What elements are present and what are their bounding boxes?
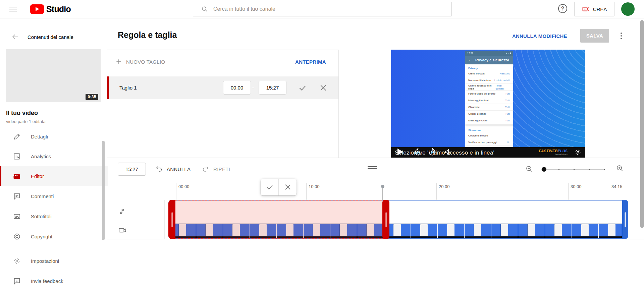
filmstrip-thumb: [545, 224, 572, 238]
phone-section-privacy: Privacy: [465, 64, 513, 70]
sidebar-item-sottotitoli[interactable]: Sottotitoli: [0, 207, 106, 226]
analytics-icon: [13, 153, 21, 160]
top-bar: Studio ? CREA: [0, 0, 644, 18]
search-input[interactable]: [213, 6, 451, 12]
confirm-cut-icon[interactable]: [298, 83, 307, 92]
back-label: Contenuti del canale: [28, 34, 73, 40]
ruler-label: 30:00: [571, 184, 582, 189]
play-icon[interactable]: [397, 149, 403, 155]
cut-range-separator: -: [252, 85, 254, 91]
cut-start-input[interactable]: [223, 81, 251, 95]
studio-logo[interactable]: Studio: [30, 4, 71, 14]
ruler-label: 10:00: [309, 184, 320, 189]
phone-settings-row: Foto e video del profiloTutti: [465, 91, 513, 97]
zoom-in-icon[interactable]: [616, 164, 624, 172]
videocam-plus-icon: [582, 5, 590, 13]
track-gutter-border: [164, 200, 165, 239]
sidebar-item-copyright[interactable]: Copyright: [0, 227, 106, 246]
phone-settings-row: Gruppi e canaliTutti: [465, 111, 513, 117]
ruler-tick: [176, 183, 176, 200]
delete-cut-icon[interactable]: [319, 83, 328, 92]
timeline-time-input[interactable]: [118, 163, 146, 176]
panel-divider-vertical: [338, 50, 339, 158]
feedback-icon: [13, 277, 21, 285]
phone-screenshot: 17:37▾ ⌁ ▮ ←Privacy e sicurezza Privacy …: [465, 51, 513, 158]
menu-icon[interactable]: [9, 5, 17, 13]
ruler-tick: [436, 183, 437, 200]
phone-section-security: Sicurezza: [465, 126, 513, 132]
phone-settings-row: Utenti bloccatiNessuno: [465, 70, 513, 77]
plus-icon: [115, 58, 122, 65]
phone-back-arrow-icon: ←: [468, 58, 472, 62]
svg-text:10: 10: [431, 151, 434, 154]
sidebar-item-commenti[interactable]: Commenti: [0, 186, 106, 206]
youtube-play-icon: [30, 4, 44, 14]
filmstrip-thumb: [438, 224, 464, 238]
discard-changes-button[interactable]: ANNULLA MODIFICHE: [512, 33, 567, 39]
svg-text:10: 10: [417, 151, 420, 154]
redo-icon: [202, 165, 209, 173]
volume-icon[interactable]: [444, 148, 452, 156]
sidebar-item-impostazioni[interactable]: Impostazioni: [0, 251, 106, 271]
create-label: CREA: [593, 6, 607, 12]
search-bar[interactable]: [193, 2, 452, 16]
more-options-icon[interactable]: [617, 31, 625, 41]
cut-selection-region[interactable]: [168, 200, 389, 239]
player-settings-icon[interactable]: [574, 149, 582, 156]
timeline-strip[interactable]: [168, 200, 628, 239]
phone-settings-row: ChiamateTutti: [465, 104, 513, 111]
audio-track-icon[interactable]: [118, 207, 126, 215]
popup-confirm-icon[interactable]: [261, 179, 279, 195]
search-icon: [201, 6, 208, 12]
phone-status-time: 17:37: [467, 52, 473, 54]
playhead[interactable]: [381, 185, 384, 188]
video-preview[interactable]: 17:37▾ ⌁ ▮ ←Privacy e sicurezza Privacy …: [391, 50, 585, 158]
timeline-zoom-slider[interactable]: [541, 166, 604, 172]
forward-10-icon[interactable]: 10: [428, 148, 437, 157]
panel-divider-bottom: [107, 158, 644, 158]
ruler-tick: [626, 183, 626, 200]
sidebar-item-analytics[interactable]: Analytics: [0, 147, 106, 166]
page-title: Regola e taglia: [118, 30, 177, 40]
cut-start-handle[interactable]: [168, 200, 175, 239]
account-avatar[interactable]: [621, 2, 635, 16]
video-track-icon[interactable]: [118, 226, 127, 235]
phone-settings-row: Numero di telefonoI miei contatti: [465, 77, 513, 84]
sidebar-item-editor[interactable]: Editor: [0, 166, 108, 186]
phone-settings-header: ←Privacy e sicurezza: [465, 56, 513, 64]
filmstrip-thumb: [572, 224, 598, 238]
sidebar-scrollbar[interactable]: [102, 141, 105, 240]
gear-icon: [13, 257, 21, 265]
cut-name: Taglio 1: [119, 85, 137, 91]
copyright-icon: [13, 233, 21, 240]
back-to-channel-content[interactable]: Contenuti del canale: [0, 28, 107, 46]
clip-end-handle[interactable]: [622, 200, 628, 239]
phone-privacy-rows: Utenti bloccatiNessunoNumero di telefono…: [465, 70, 513, 124]
sidebar-item-invia-feedback[interactable]: Invia feedback: [0, 271, 106, 288]
panel-resize-handle[interactable]: [368, 165, 377, 169]
popup-cancel-icon[interactable]: [279, 179, 297, 195]
cut-end-input[interactable]: [259, 81, 286, 95]
phone-settings-row: Messaggi inoltratiTutti: [465, 97, 513, 104]
page-scrollbar[interactable]: [640, 20, 644, 228]
cut-row-taglio-1[interactable]: Taglio 1 -: [107, 76, 338, 99]
video-thumbnail: 0:35: [6, 49, 101, 102]
sidebar-item-dettagli[interactable]: Dettagli: [0, 127, 106, 147]
filmstrip-thumb: [599, 224, 622, 238]
video-title: Il tuo video: [6, 110, 38, 117]
help-icon[interactable]: ?: [558, 4, 567, 13]
cut-end-handle[interactable]: [382, 200, 389, 239]
rewind-10-icon[interactable]: 10: [414, 148, 423, 157]
save-button[interactable]: SALVA: [580, 29, 609, 43]
filmstrip-thumb: [518, 224, 545, 238]
track-border: [107, 239, 644, 239]
redo-button[interactable]: RIPETI: [202, 165, 230, 173]
create-button[interactable]: CREA: [574, 2, 614, 16]
zoom-slider-thumb[interactable]: [542, 167, 546, 172]
cut-confirm-popup: [261, 179, 297, 195]
phone-settings-row: Verifica in due passaggiNo: [465, 139, 513, 146]
zoom-out-icon[interactable]: [525, 165, 533, 173]
new-cut-button[interactable]: NUOVO TAGLIO: [115, 54, 165, 70]
undo-button[interactable]: ANNULLA: [155, 165, 191, 173]
preview-button[interactable]: ANTEPRIMA: [295, 59, 326, 65]
